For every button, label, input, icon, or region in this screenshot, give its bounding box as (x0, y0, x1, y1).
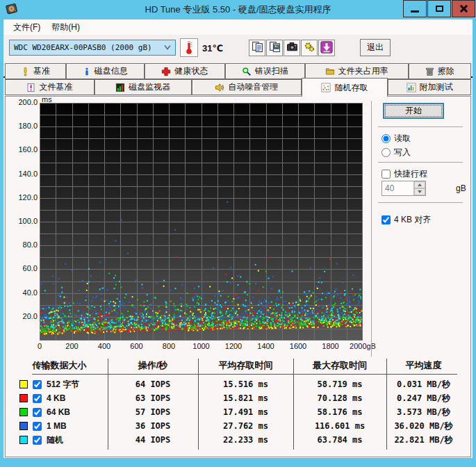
side-separator-1 (378, 126, 463, 127)
x-tick-label: 600 (130, 342, 142, 350)
series-color-swatch (19, 422, 28, 430)
series-label: 64 KB (47, 407, 70, 417)
magnifier-icon (242, 67, 252, 76)
y-tick-label: 200.0 (7, 98, 38, 106)
copy-text-icon (252, 41, 263, 55)
series-toggle-checkbox[interactable] (33, 408, 42, 417)
tab-label: 错误扫描 (255, 65, 288, 77)
series-toggle-checkbox[interactable] (33, 380, 42, 389)
scatter-icon (321, 83, 331, 92)
drive-selector-value: WDC WD20EARX-00PASB0 (2000 gB) (14, 43, 164, 52)
series-color-swatch (19, 408, 28, 416)
tab-label: 自动噪音管理 (228, 81, 278, 93)
drive-selector[interactable]: WDC WD20EARX-00PASB0 (2000 gB) (9, 40, 176, 56)
avg-access-value: 15.821 ms (198, 393, 293, 403)
tab-label: 健康状态 (174, 65, 208, 77)
side-separator-3 (378, 202, 463, 203)
hdtune-window: HD Tune 专业版 5.50 - 硬盘/固态硬盘实用程序 文件(F) 帮助(… (0, 0, 476, 467)
tab-label: 随机存取 (334, 82, 368, 94)
settings-button[interactable] (301, 40, 318, 56)
write-option[interactable]: 写入 (381, 147, 411, 158)
iops-value: 64 IOPS (108, 379, 198, 389)
screenshot-button[interactable] (284, 40, 300, 56)
exit-button[interactable]: 退出 (360, 39, 391, 56)
close-button[interactable] (452, 0, 475, 17)
column-divider (108, 359, 108, 450)
header-rule (32, 374, 457, 375)
start-button[interactable]: 开始 (383, 103, 444, 119)
kb-align-label: 4 KB 对齐 (394, 214, 431, 226)
kb-align-option[interactable]: 4 KB 对齐 (381, 214, 431, 226)
spin-down-icon (418, 190, 422, 193)
tab-disk-info[interactable]: 磁盘信息 (66, 63, 145, 79)
iops-value: 44 IOPS (108, 435, 198, 445)
panel-divider (371, 101, 372, 357)
tab-benchmark[interactable]: 基准 (5, 63, 66, 79)
tab-error-scan[interactable]: 错误扫描 (225, 63, 305, 79)
column-header: 操作/秒 (108, 359, 198, 372)
iops-value: 57 IOPS (108, 407, 198, 417)
kb-align-checkbox[interactable] (381, 215, 391, 224)
tab-health[interactable]: 健康状态 (145, 63, 225, 79)
exclamation-icon (21, 67, 30, 76)
x-tick-label: 1000 (192, 342, 209, 350)
x-tick-label: 400 (98, 342, 110, 350)
avg-access-value: 27.762 ms (198, 421, 293, 431)
y-tick-label: 60.0 (7, 264, 38, 272)
tab-extra-tests[interactable]: 附加测试 (388, 79, 471, 95)
random-access-page: ms 200.0180.0160.0140.0120.0100.080.060.… (5, 96, 471, 457)
avg-access-value: 15.516 ms (198, 379, 293, 389)
health-cross-icon (161, 67, 171, 76)
avg-speed-value: 0.031 MB/秒 (386, 379, 461, 391)
copy-text-button[interactable] (249, 40, 265, 56)
spin-down-button[interactable] (414, 188, 425, 195)
maximize-button[interactable] (427, 0, 451, 17)
max-access-value: 58.176 ms (293, 407, 386, 417)
x-tick-label: 1400 (257, 342, 274, 350)
save-results-button[interactable] (318, 40, 335, 56)
series-toggle-checkbox[interactable] (33, 436, 42, 445)
series-cell: 1 MB (11, 421, 108, 431)
temperature-button[interactable] (180, 38, 198, 57)
maximize-icon (436, 6, 443, 12)
series-toggle-checkbox[interactable] (33, 394, 42, 403)
column-header: 平均速度 (386, 359, 461, 372)
tab-aam[interactable]: 自动噪音管理 (192, 79, 302, 95)
tab-file-benchmark[interactable]: 文件基准 (5, 79, 95, 95)
read-option[interactable]: 读取 (381, 133, 411, 145)
minimize-button[interactable] (403, 0, 427, 17)
short-stroke-checkbox[interactable] (381, 170, 391, 179)
tab-disk-monitor[interactable]: 磁盘监视器 (95, 79, 192, 95)
tab-erase[interactable]: 擦除 (409, 63, 471, 79)
read-radio[interactable] (381, 134, 391, 143)
tab-folder-usage[interactable]: 文件夹占用率 (305, 63, 409, 79)
write-radio[interactable] (381, 148, 391, 157)
series-toggle-checkbox[interactable] (33, 422, 42, 431)
iops-value: 36 IOPS (108, 421, 198, 431)
size-unit-label: gB (456, 183, 466, 193)
copy-image-button[interactable] (266, 40, 283, 56)
y-tick-label: 160.0 (7, 145, 38, 154)
short-stroke-option[interactable]: 快捷行程 (381, 168, 427, 180)
tab-random-access[interactable]: 随机存取 (302, 78, 388, 97)
target-size-spinbox (381, 181, 426, 196)
y-tick-label: 40.0 (7, 288, 38, 297)
trash-icon (425, 67, 434, 76)
gears-icon (304, 41, 315, 55)
x-tick-label: 200 (65, 342, 78, 350)
spin-up-button[interactable] (414, 181, 425, 188)
menu-item-file[interactable]: 文件(F) (8, 20, 46, 35)
avg-access-value: 22.233 ms (198, 435, 293, 445)
temperature-label: 31℃ (202, 43, 223, 54)
series-color-swatch (19, 394, 28, 402)
series-cell: 4 KB (11, 393, 108, 403)
speaker-icon (215, 83, 224, 92)
thermometer-icon (185, 39, 193, 57)
titlebar: HD Tune 专业版 5.50 - 硬盘/固态硬盘实用程序 (0, 0, 476, 19)
target-size-input[interactable] (382, 181, 413, 195)
menu-item-help[interactable]: 帮助(H) (46, 20, 85, 35)
menubar: 文件(F) 帮助(H) (3, 19, 473, 35)
column-divider (198, 359, 199, 450)
table-row: 4 KB63 IOPS15.821 ms70.128 ms0.247 MB/秒 (11, 391, 461, 405)
y-tick-label: 140.0 (7, 170, 38, 178)
